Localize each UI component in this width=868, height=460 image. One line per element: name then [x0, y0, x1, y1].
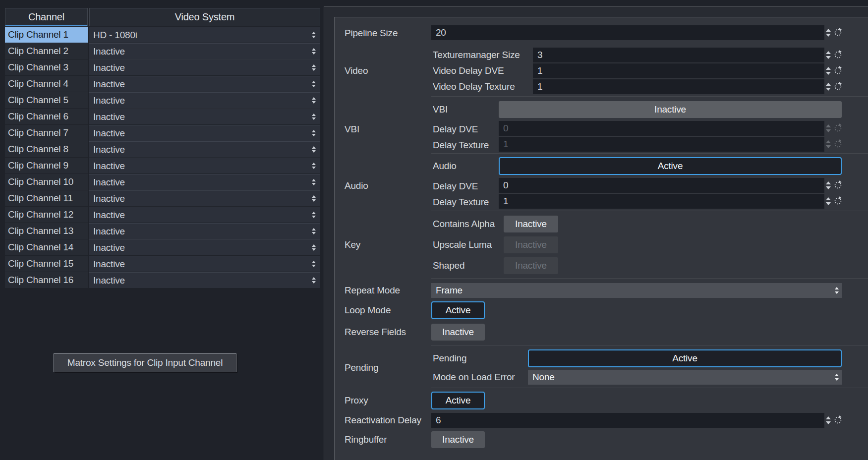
shaped-label: Shaped — [433, 258, 464, 273]
channel-cell[interactable]: Clip Channel 15 — [5, 256, 88, 272]
table-row: Clip Channel 5 Inactive — [5, 92, 320, 108]
video-system-dropdown[interactable]: Inactive — [89, 158, 320, 173]
proxy-toggle-button[interactable]: Active — [431, 392, 485, 409]
video-system-dropdown[interactable]: Inactive — [89, 43, 320, 59]
column-header-channel[interactable]: Channel — [5, 8, 88, 26]
spinner-up-down-icon[interactable] — [826, 181, 831, 189]
channel-cell[interactable]: Clip Channel 12 — [5, 207, 88, 223]
dropdown-spinner-icon[interactable] — [835, 370, 839, 385]
video-delay-dve-label: Video Delay DVE — [433, 63, 504, 78]
matrox-settings-button[interactable]: Matrox Settings for Clip Input Channel — [54, 353, 236, 372]
reset-icon[interactable] — [833, 50, 843, 61]
dropdown-spinner-icon[interactable] — [312, 174, 316, 190]
spinner-up-down-icon[interactable] — [826, 29, 831, 37]
channel-cell[interactable]: Clip Channel 9 — [5, 158, 88, 173]
contains-alpha-toggle-button[interactable]: Inactive — [504, 216, 558, 232]
dropdown-spinner-icon[interactable] — [312, 27, 316, 43]
column-header-video-system[interactable]: Video System — [89, 8, 320, 26]
audio-group-label: Audio — [345, 178, 368, 193]
audio-toggle-label: Audio — [433, 159, 457, 173]
video-system-dropdown[interactable]: Inactive — [89, 59, 320, 75]
spinner-up-down-icon[interactable] — [826, 197, 831, 205]
reset-icon[interactable] — [833, 27, 843, 39]
video-system-dropdown[interactable]: Inactive — [89, 92, 320, 108]
video-system-dropdown[interactable]: Inactive — [89, 141, 320, 157]
video-delay-dve-controls — [826, 63, 848, 78]
channel-cell[interactable]: Clip Channel 10 — [5, 174, 88, 190]
section-separator — [431, 153, 868, 154]
video-system-dropdown[interactable]: HD - 1080i — [89, 27, 320, 43]
video-system-value: Inactive — [93, 144, 125, 155]
reactivation-delay-input[interactable]: 6 — [431, 413, 824, 428]
dropdown-spinner-icon[interactable] — [312, 60, 316, 75]
mode-on-load-error-dropdown[interactable]: None — [528, 370, 842, 385]
channel-cell[interactable]: Clip Channel 6 — [5, 109, 88, 124]
video-system-dropdown[interactable]: Inactive — [89, 109, 320, 124]
reset-icon[interactable] — [833, 180, 843, 191]
channel-cell[interactable]: Clip Channel 11 — [5, 190, 88, 206]
channel-cell[interactable]: Clip Channel 16 — [5, 272, 88, 288]
loop-mode-toggle-button[interactable]: Active — [431, 301, 485, 319]
pipeline-size-controls — [826, 25, 848, 40]
channel-cell[interactable]: Clip Channel 5 — [5, 92, 88, 108]
dropdown-spinner-icon[interactable] — [312, 158, 316, 173]
reset-icon[interactable] — [833, 81, 843, 93]
dropdown-spinner-icon[interactable] — [312, 256, 316, 272]
channel-cell[interactable]: Clip Channel 1 — [5, 27, 88, 43]
repeat-mode-dropdown[interactable]: Frame — [431, 283, 842, 298]
channel-cell[interactable]: Clip Channel 3 — [5, 59, 88, 75]
channel-cell[interactable]: Clip Channel 4 — [5, 76, 88, 92]
reactivation-delay-label: Reactivation Delay — [345, 413, 421, 428]
video-system-dropdown[interactable]: Inactive — [89, 256, 320, 272]
video-system-dropdown[interactable]: Inactive — [89, 174, 320, 190]
video-system-dropdown[interactable]: Inactive — [89, 125, 320, 141]
dropdown-spinner-icon[interactable] — [312, 207, 316, 223]
video-delay-texture-input[interactable]: 1 — [533, 79, 824, 94]
vbi-toggle-button[interactable]: Inactive — [499, 101, 842, 118]
channel-cell[interactable]: Clip Channel 8 — [5, 141, 88, 157]
reset-icon[interactable] — [833, 65, 843, 77]
video-delay-dve-input[interactable]: 1 — [533, 63, 824, 78]
dropdown-spinner-icon[interactable] — [312, 93, 316, 108]
texturemanager-size-input[interactable]: 3 — [533, 48, 824, 62]
video-system-dropdown[interactable]: Inactive — [89, 272, 320, 288]
dropdown-spinner-icon[interactable] — [312, 109, 316, 124]
ringbuffer-toggle-button[interactable]: Inactive — [431, 431, 485, 448]
video-system-value: HD - 1080i — [93, 30, 137, 41]
audio-toggle-button[interactable]: Active — [499, 157, 842, 175]
video-system-dropdown[interactable]: Inactive — [89, 190, 320, 206]
audio-delay-texture-input[interactable]: 1 — [499, 194, 824, 209]
reset-icon[interactable] — [833, 415, 843, 426]
dropdown-spinner-icon[interactable] — [312, 76, 316, 92]
pipeline-size-input[interactable]: 20 — [431, 25, 824, 40]
spinner-up-down-icon[interactable] — [826, 83, 831, 91]
dropdown-spinner-icon[interactable] — [312, 224, 316, 239]
video-system-value: Inactive — [93, 259, 125, 270]
pending-toggle-button[interactable]: Active — [528, 349, 842, 367]
proxy-label: Proxy — [345, 393, 368, 408]
dropdown-spinner-icon[interactable] — [312, 240, 316, 255]
audio-delay-dve-label: Delay DVE — [433, 179, 478, 194]
video-system-dropdown[interactable]: Inactive — [89, 76, 320, 92]
channel-cell[interactable]: Clip Channel 13 — [5, 223, 88, 239]
channel-table: Channel Video System Clip Channel 1 HD -… — [5, 8, 320, 288]
video-system-dropdown[interactable]: Inactive — [89, 207, 320, 223]
dropdown-spinner-icon[interactable] — [312, 273, 316, 288]
reverse-fields-toggle-button[interactable]: Inactive — [431, 324, 485, 341]
dropdown-spinner-icon[interactable] — [312, 125, 316, 141]
dropdown-spinner-icon[interactable] — [312, 142, 316, 157]
spinner-up-down-icon[interactable] — [826, 416, 831, 424]
dropdown-spinner-icon[interactable] — [835, 283, 839, 298]
video-system-dropdown[interactable]: Inactive — [89, 239, 320, 255]
audio-delay-dve-input[interactable]: 0 — [499, 178, 824, 193]
spinner-up-down-icon[interactable] — [826, 51, 831, 59]
channel-cell[interactable]: Clip Channel 2 — [5, 43, 88, 59]
channel-cell[interactable]: Clip Channel 14 — [5, 239, 88, 255]
video-system-dropdown[interactable]: Inactive — [89, 223, 320, 239]
channel-cell[interactable]: Clip Channel 7 — [5, 125, 88, 141]
dropdown-spinner-icon[interactable] — [312, 191, 316, 206]
dropdown-spinner-icon[interactable] — [312, 44, 316, 59]
spinner-up-down-icon[interactable] — [826, 67, 831, 75]
vbi-delay-texture-controls — [826, 137, 848, 152]
reset-icon[interactable] — [833, 196, 843, 207]
